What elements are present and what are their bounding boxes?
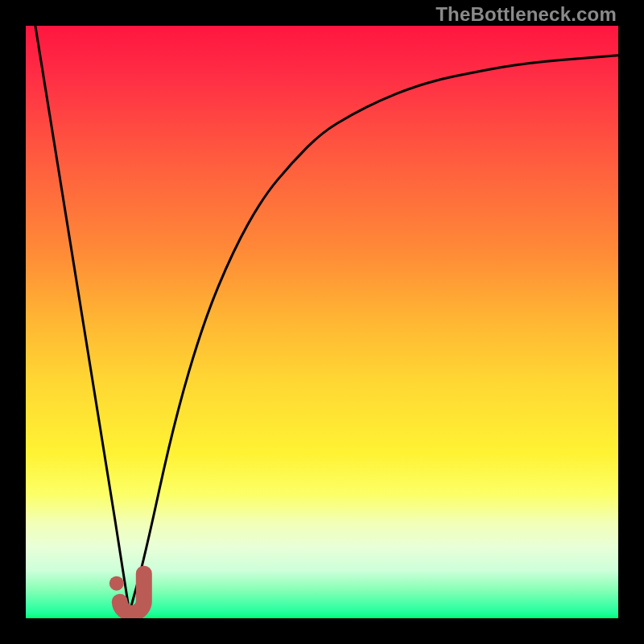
curve-layer — [26, 26, 618, 618]
bottleneck-curve-left — [26, 26, 130, 613]
watermark-label: TheBottleneck.com — [436, 3, 617, 26]
bottleneck-curve-right — [130, 56, 618, 613]
chart-frame: TheBottleneck.com — [0, 0, 644, 644]
marker-dot — [109, 576, 124, 591]
plot-area — [26, 26, 618, 618]
